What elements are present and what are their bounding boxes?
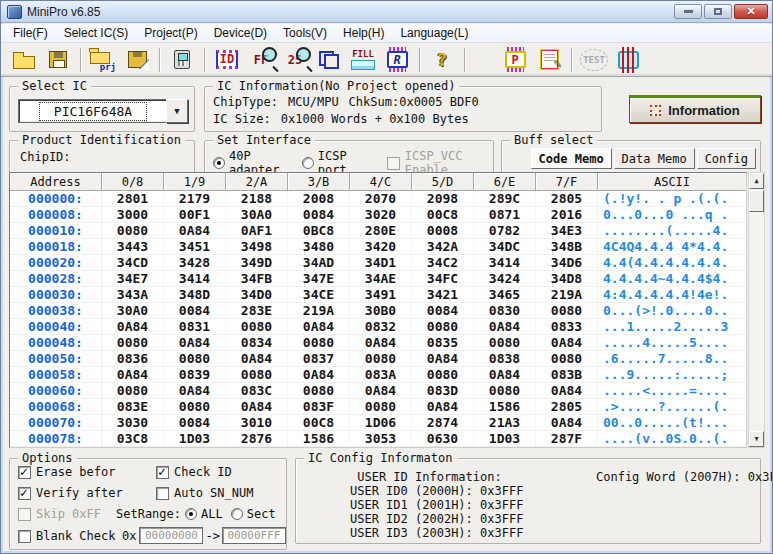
scroll-down-button[interactable]: ▼	[749, 431, 764, 447]
hex-cell[interactable]: 3491	[350, 287, 412, 302]
column-header-0-8[interactable]: 0/8	[102, 173, 164, 191]
hex-cell[interactable]: 0BC8	[288, 223, 350, 238]
hex-cell[interactable]: 0A84	[288, 367, 350, 382]
hex-cell[interactable]: 0084	[412, 303, 474, 318]
table-row[interactable]: 000038:30A00084283E219A30B00084083000800…	[10, 303, 746, 319]
column-header-7-f[interactable]: 7/F	[536, 173, 598, 191]
edit-buffer-button[interactable]	[532, 46, 566, 74]
device-info-button[interactable]	[165, 46, 199, 74]
hex-cell[interactable]: 348B	[536, 239, 598, 254]
hex-cell[interactable]: 0A84	[102, 319, 164, 334]
hex-cell[interactable]: 0080	[164, 351, 226, 366]
hex-cell[interactable]: 0A84	[536, 383, 598, 398]
erase-before-option[interactable]: Erase befor	[18, 465, 115, 479]
hex-cell[interactable]: 3451	[164, 239, 226, 254]
adapter-40p-radio[interactable]	[213, 157, 225, 169]
hex-cell[interactable]: 3414	[164, 271, 226, 286]
minimize-button[interactable]	[674, 4, 702, 19]
hex-cell[interactable]: 083C	[226, 383, 288, 398]
table-row[interactable]: 000000:280121792188200820702098289C2805(…	[10, 191, 746, 207]
column-header-4-c[interactable]: 4/C	[350, 173, 412, 191]
hex-cell[interactable]: 0080	[288, 335, 350, 350]
hex-cell[interactable]: 347E	[288, 271, 350, 286]
hex-cell[interactable]: 287F	[536, 431, 598, 446]
hex-cell[interactable]: 083E	[102, 399, 164, 414]
hex-cell[interactable]: 349D	[226, 255, 288, 270]
table-row[interactable]: 000058:0A84083900800A84083A00800A84083B.…	[10, 367, 746, 383]
menu-item-project[interactable]: Project(P)	[136, 24, 205, 42]
hex-cell[interactable]: 0080	[102, 383, 164, 398]
hex-cell[interactable]: 0831	[164, 319, 226, 334]
hex-cell[interactable]: 1586	[288, 431, 350, 446]
hex-cell[interactable]: 34CE	[288, 287, 350, 302]
hex-cell[interactable]: 0080	[288, 383, 350, 398]
maximize-button[interactable]	[704, 4, 732, 19]
hex-cell[interactable]: 2188	[226, 191, 288, 206]
table-row[interactable]: 000008:300000F130A00084302000C8087120160…	[10, 207, 746, 223]
verify-chip-button[interactable]	[312, 46, 346, 74]
hex-cell[interactable]: 289C	[474, 191, 536, 206]
hex-cell[interactable]: 0080	[226, 319, 288, 334]
hex-cell[interactable]: 30A0	[226, 207, 288, 222]
hex-cell[interactable]: 30A0	[102, 303, 164, 318]
hex-cell[interactable]: 0830	[474, 303, 536, 318]
program-chip-button[interactable]: P	[498, 46, 532, 74]
hex-cell[interactable]: 280E	[350, 223, 412, 238]
hex-cell[interactable]: 0084	[164, 303, 226, 318]
hex-cell[interactable]: 00C8	[412, 207, 474, 222]
hex-cell[interactable]: 0008	[412, 223, 474, 238]
chip-id-button[interactable]: ID	[210, 46, 244, 74]
ic-select-combobox[interactable]: PIC16F648A	[18, 99, 168, 123]
table-row[interactable]: 000020:34CD3428349D34AD34D134C2341434D64…	[10, 255, 746, 271]
pin-detect-button[interactable]	[611, 46, 645, 74]
verify-after-checkbox[interactable]	[18, 487, 31, 500]
scrollbar-thumb[interactable]	[749, 190, 764, 212]
hex-cell[interactable]: 3421	[412, 287, 474, 302]
hex-cell[interactable]: 0A84	[164, 383, 226, 398]
range-from-input[interactable]: 00000000	[139, 527, 203, 544]
hex-cell[interactable]: 2070	[350, 191, 412, 206]
column-header-ascii[interactable]: ASCII	[598, 173, 746, 191]
hex-cell[interactable]: 343A	[102, 287, 164, 302]
hex-cell[interactable]: 2801	[102, 191, 164, 206]
hex-cell[interactable]: 0838	[474, 351, 536, 366]
hex-cell[interactable]: 083B	[536, 367, 598, 382]
hex-cell[interactable]: 0080	[536, 351, 598, 366]
help-button[interactable]: ?	[425, 46, 459, 74]
range-sect-radio[interactable]	[231, 508, 243, 520]
hex-cell[interactable]: 03C8	[102, 431, 164, 446]
hex-cell[interactable]: 0084	[164, 415, 226, 430]
hex-cell[interactable]: 2008	[288, 191, 350, 206]
column-header-2-a[interactable]: 2/A	[226, 173, 288, 191]
hex-cell[interactable]: 2876	[226, 431, 288, 446]
hex-cell[interactable]: 0A84	[102, 367, 164, 382]
table-row[interactable]: 000040:0A84083100800A84083200800A840833.…	[10, 319, 746, 335]
range-all-radio[interactable]	[185, 508, 197, 520]
hex-cell[interactable]: 0A84	[164, 223, 226, 238]
hex-cell[interactable]: 1D03	[164, 431, 226, 446]
column-header-address[interactable]: Address	[10, 173, 102, 191]
hex-cell[interactable]: 0836	[102, 351, 164, 366]
hex-cell[interactable]: 0A84	[350, 335, 412, 350]
hex-cell[interactable]: 2874	[412, 415, 474, 430]
check-id-checkbox[interactable]	[156, 466, 169, 479]
hex-cell[interactable]: 34DC	[474, 239, 536, 254]
table-row[interactable]: 000018:34433451349834803420342A34DC348B4…	[10, 239, 746, 255]
check-id-option[interactable]: Check ID	[156, 465, 232, 479]
title-bar[interactable]: MiniPro v6.85 ✕	[1, 1, 772, 23]
hex-cell[interactable]: 0832	[350, 319, 412, 334]
menu-item-tools[interactable]: Tools(V)	[275, 24, 335, 42]
hex-cell[interactable]: 30B0	[350, 303, 412, 318]
hex-cell[interactable]: 283E	[226, 303, 288, 318]
save-project-button[interactable]	[120, 46, 154, 74]
hex-cell[interactable]: 2805	[536, 191, 598, 206]
hex-cell[interactable]: 0A84	[226, 399, 288, 414]
tab-code-memo[interactable]: Code Memo	[531, 148, 612, 169]
hex-cell[interactable]: 0080	[474, 335, 536, 350]
read-chip-button[interactable]: 25	[278, 46, 312, 74]
column-header-5-d[interactable]: 5/D	[412, 173, 474, 191]
hex-cell[interactable]: 3020	[350, 207, 412, 222]
hex-cell[interactable]: 3498	[226, 239, 288, 254]
hex-cell[interactable]: 0A84	[288, 319, 350, 334]
hex-cell[interactable]: 0839	[164, 367, 226, 382]
